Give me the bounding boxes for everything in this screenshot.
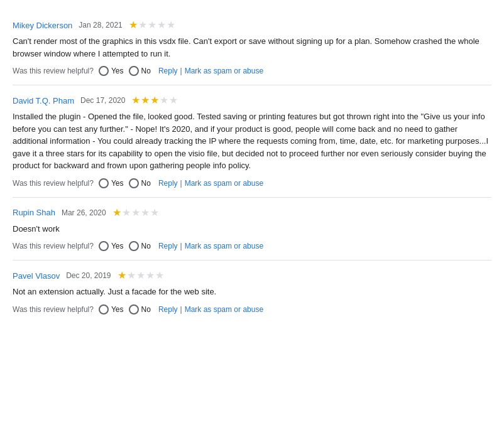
filled-star-icon: ★: [131, 95, 140, 105]
yes-option[interactable]: Yes: [99, 66, 124, 76]
yes-option[interactable]: Yes: [99, 178, 124, 188]
spam-link[interactable]: Mark as spam or abuse: [185, 242, 263, 250]
review-header: Mikey DickersonJan 28, 2021★★★★★: [13, 20, 491, 30]
reply-link[interactable]: Reply: [158, 179, 178, 188]
empty-star-icon: ★: [155, 271, 164, 281]
empty-star-icon: ★: [160, 95, 168, 105]
review-date: Mar 26, 2020: [62, 208, 106, 217]
yes-option[interactable]: Yes: [99, 304, 124, 314]
yes-option[interactable]: Yes: [99, 241, 124, 251]
action-links: Reply | Mark as spam or abuse: [158, 242, 263, 250]
no-radio-icon: [129, 304, 139, 314]
review-text: Not an extension actually. Just a facade…: [13, 286, 491, 298]
review-text: Can't render most of the graphics in thi…: [13, 35, 491, 60]
empty-star-icon: ★: [150, 208, 159, 218]
helpful-label: Was this review helpful?: [13, 242, 94, 250]
separator: |: [180, 179, 182, 188]
filled-star-icon: ★: [112, 208, 121, 218]
yes-label: Yes: [111, 242, 124, 250]
reply-link[interactable]: Reply: [158, 242, 178, 250]
action-links: Reply | Mark as spam or abuse: [158, 305, 263, 314]
no-radio-icon: [129, 241, 139, 251]
separator: |: [180, 305, 182, 314]
star-rating: ★★★★★: [131, 95, 178, 105]
empty-star-icon: ★: [167, 20, 175, 30]
separator: |: [180, 242, 182, 250]
action-links: Reply | Mark as spam or abuse: [158, 179, 263, 188]
no-label: No: [141, 242, 151, 250]
reviewer-name[interactable]: Rupin Shah: [13, 208, 55, 217]
empty-star-icon: ★: [136, 271, 145, 281]
empty-star-icon: ★: [122, 208, 131, 218]
review-text: Installed the plugin - Opened the file, …: [13, 110, 491, 172]
no-option[interactable]: No: [129, 178, 151, 188]
action-links: Reply | Mark as spam or abuse: [158, 67, 263, 75]
review-item: Rupin ShahMar 26, 2020★★★★★Doesn't workW…: [13, 198, 491, 261]
reviewer-name[interactable]: David T.Q. Pham: [13, 96, 74, 105]
spam-link[interactable]: Mark as spam or abuse: [185, 67, 263, 75]
no-label: No: [141, 179, 151, 188]
no-label: No: [141, 67, 151, 75]
review-date: Dec 17, 2020: [80, 96, 125, 105]
filled-star-icon: ★: [150, 95, 159, 105]
yes-label: Yes: [111, 67, 124, 75]
reviewer-name[interactable]: Mikey Dickerson: [13, 21, 72, 30]
yes-radio-icon: [99, 304, 109, 314]
filled-star-icon: ★: [118, 271, 126, 281]
yes-radio-icon: [99, 66, 109, 76]
review-date: Jan 28, 2021: [79, 21, 122, 30]
helpful-row: Was this review helpful?YesNoReply | Mar…: [13, 241, 491, 251]
spam-link[interactable]: Mark as spam or abuse: [185, 305, 263, 314]
no-option[interactable]: No: [129, 304, 151, 314]
yes-radio-icon: [99, 178, 109, 188]
yes-label: Yes: [111, 179, 124, 188]
review-header: Pavel VlasovDec 20, 2019★★★★★: [13, 271, 491, 281]
helpful-row: Was this review helpful?YesNoReply | Mar…: [13, 178, 491, 188]
helpful-label: Was this review helpful?: [13, 179, 94, 188]
yes-label: Yes: [111, 305, 124, 314]
helpful-label: Was this review helpful?: [13, 67, 94, 75]
reply-link[interactable]: Reply: [158, 67, 178, 75]
no-label: No: [141, 305, 151, 314]
empty-star-icon: ★: [141, 208, 150, 218]
helpful-row: Was this review helpful?YesNoReply | Mar…: [13, 304, 491, 314]
empty-star-icon: ★: [169, 95, 178, 105]
empty-star-icon: ★: [157, 20, 166, 30]
spam-link[interactable]: Mark as spam or abuse: [185, 179, 263, 188]
reviews-container: Mikey DickersonJan 28, 2021★★★★★Can't re…: [13, 10, 491, 323]
no-option[interactable]: No: [129, 66, 151, 76]
empty-star-icon: ★: [127, 271, 136, 281]
reviewer-name[interactable]: Pavel Vlasov: [13, 271, 60, 281]
review-item: Mikey DickersonJan 28, 2021★★★★★Can't re…: [13, 10, 491, 85]
review-header: Rupin ShahMar 26, 2020★★★★★: [13, 208, 491, 218]
review-date: Dec 20, 2019: [66, 271, 111, 280]
review-item: David T.Q. PhamDec 17, 2020★★★★★Installe…: [13, 85, 491, 198]
star-rating: ★★★★★: [112, 208, 159, 218]
star-rating: ★★★★★: [118, 271, 164, 281]
filled-star-icon: ★: [129, 20, 138, 30]
helpful-label: Was this review helpful?: [13, 305, 94, 314]
empty-star-icon: ★: [138, 20, 147, 30]
no-radio-icon: [129, 66, 139, 76]
review-text: Doesn't work: [13, 223, 491, 235]
filled-star-icon: ★: [141, 95, 150, 105]
review-item: Pavel VlasovDec 20, 2019★★★★★Not an exte…: [13, 261, 491, 323]
empty-star-icon: ★: [131, 208, 140, 218]
reply-link[interactable]: Reply: [158, 305, 178, 314]
empty-star-icon: ★: [146, 271, 155, 281]
yes-radio-icon: [99, 241, 109, 251]
no-radio-icon: [129, 178, 139, 188]
separator: |: [180, 67, 182, 75]
star-rating: ★★★★★: [129, 20, 175, 30]
helpful-row: Was this review helpful?YesNoReply | Mar…: [13, 66, 491, 76]
empty-star-icon: ★: [148, 20, 156, 30]
no-option[interactable]: No: [129, 241, 151, 251]
review-header: David T.Q. PhamDec 17, 2020★★★★★: [13, 95, 491, 105]
